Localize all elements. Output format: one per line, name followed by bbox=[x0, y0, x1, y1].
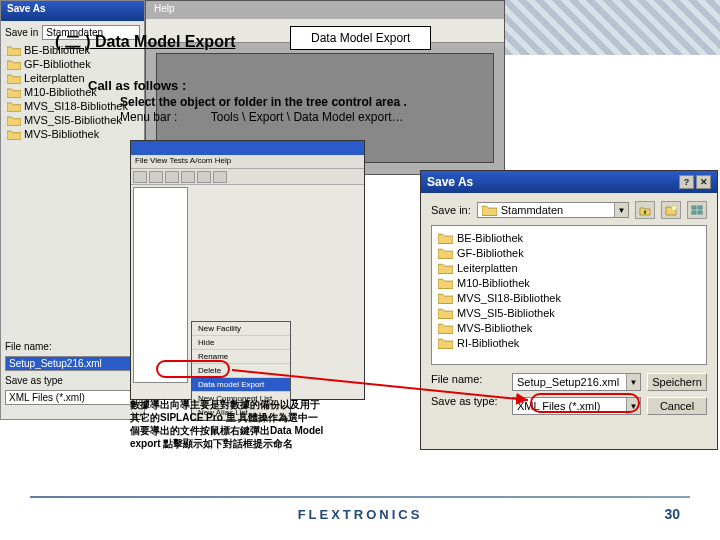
savein-value: Stammdaten bbox=[501, 204, 563, 216]
folder-icon bbox=[438, 307, 453, 319]
bg-folder-label: M10-Bibliothek bbox=[24, 86, 97, 98]
folder-icon bbox=[7, 73, 21, 84]
svg-rect-4 bbox=[698, 211, 702, 214]
folder-label: RI-Bibliothek bbox=[457, 337, 519, 349]
svg-rect-2 bbox=[698, 206, 702, 209]
context-menu-item[interactable]: Data model Export bbox=[192, 378, 290, 392]
folder-item[interactable]: Leiterplatten bbox=[438, 262, 700, 274]
instruction-1: Select the object or folder in the tree … bbox=[120, 95, 407, 109]
folder-label: MVS_SI18-Bibliothek bbox=[457, 292, 561, 304]
mini-tree bbox=[133, 187, 188, 383]
bg-savetype-value: XML Files (*.xml) bbox=[5, 390, 140, 405]
filename-input[interactable]: Setup_Setup216.xml ▼ bbox=[512, 373, 641, 391]
chinese-note: 數據導出向導主要是對數據的備份以及用于其它的SIPLACE Pro 里 具體操作… bbox=[130, 398, 325, 450]
instr2-prefix: Menu bar : bbox=[120, 110, 177, 124]
page-number: 30 bbox=[664, 506, 680, 522]
folder-item[interactable]: BE-Bibliothek bbox=[438, 232, 700, 244]
footer-separator bbox=[30, 496, 690, 498]
bg-save-as-left: Save As Save in Stammdaten BE-Bibliothek… bbox=[0, 0, 145, 420]
mini-menubar: File View Tests A/com Help bbox=[131, 155, 364, 169]
folder-item[interactable]: MVS_SI18-Bibliothek bbox=[438, 292, 700, 304]
folder-icon bbox=[7, 45, 21, 56]
chevron-down-icon: ▼ bbox=[626, 398, 640, 414]
folder-label: MVS_SI5-Bibliothek bbox=[457, 307, 555, 319]
folder-item[interactable]: M10-Bibliothek bbox=[438, 277, 700, 289]
label-box: Data Model Export bbox=[290, 26, 431, 50]
footer-logo: FLEXTRONICS bbox=[0, 507, 720, 522]
bg-filename-label: File name: bbox=[5, 341, 52, 352]
cancel-button[interactable]: Cancel bbox=[647, 397, 707, 415]
bg-folder-label: MVS-Bibliothek bbox=[24, 128, 99, 140]
folder-label: M10-Bibliothek bbox=[457, 277, 530, 289]
context-menu-item[interactable]: Rename bbox=[192, 350, 290, 364]
save-button[interactable]: Speichern bbox=[647, 373, 707, 391]
instruction-2: Menu bar : Tools \ Export \ Data Model e… bbox=[120, 110, 403, 124]
savetype-dropdown[interactable]: XML Files (*.xml) ▼ bbox=[512, 397, 641, 415]
folder-icon bbox=[438, 232, 453, 244]
svg-point-0 bbox=[672, 206, 677, 211]
folder-icon bbox=[438, 337, 453, 349]
save-as-dialog: Save As ? ✕ Save in: Stammdaten ▼ bbox=[420, 170, 718, 450]
svg-rect-3 bbox=[692, 211, 696, 214]
context-menu-item[interactable]: Hide bbox=[192, 336, 290, 350]
savetype-label: Save as type: bbox=[431, 395, 506, 407]
folder-label: GF-Bibliothek bbox=[457, 247, 524, 259]
folder-list[interactable]: BE-BibliothekGF-BibliothekLeiterplattenM… bbox=[431, 225, 707, 365]
bg-folder-item: GF-Bibliothek bbox=[7, 58, 140, 70]
folder-icon bbox=[7, 129, 21, 140]
folder-icon bbox=[482, 204, 497, 216]
bg-savein-label: Save in bbox=[5, 27, 38, 38]
mini-app-window: File View Tests A/com Help New FacilityH… bbox=[130, 140, 365, 400]
savein-label: Save in: bbox=[431, 204, 471, 216]
help-button[interactable]: ? bbox=[679, 175, 694, 189]
new-folder-button[interactable] bbox=[661, 201, 681, 219]
bg-folder-item: MVS-Bibliothek bbox=[7, 128, 140, 140]
folder-icon bbox=[438, 247, 453, 259]
folder-icon bbox=[7, 87, 21, 98]
folder-icon bbox=[438, 322, 453, 334]
filename-label: File name: bbox=[431, 373, 506, 385]
bg-save-as-title: Save As bbox=[1, 1, 144, 21]
folder-icon bbox=[438, 262, 453, 274]
chevron-down-icon: ▼ bbox=[626, 374, 640, 390]
bg-folder-label: GF-Bibliothek bbox=[24, 58, 91, 70]
corner-decoration bbox=[505, 0, 720, 55]
call-as-follows: Call as follows : bbox=[88, 78, 186, 93]
save-as-title: Save As bbox=[427, 175, 473, 189]
bg-menu-help: Help bbox=[146, 1, 504, 19]
folder-label: Leiterplatten bbox=[457, 262, 518, 274]
context-menu-item[interactable]: Delete bbox=[192, 364, 290, 378]
folder-item[interactable]: MVS-Bibliothek bbox=[438, 322, 700, 334]
bg-folder-label: Leiterplatten bbox=[24, 72, 85, 84]
svg-rect-1 bbox=[692, 206, 696, 209]
savetype-value: XML Files (*.xml) bbox=[517, 400, 600, 412]
up-one-level-button[interactable] bbox=[635, 201, 655, 219]
folder-icon bbox=[438, 292, 453, 304]
bg-filename-value: Setup_Setup216.xml bbox=[5, 356, 140, 371]
folder-label: BE-Bibliothek bbox=[457, 232, 523, 244]
bg-folder-label: MVS_SI5-Bibliothek bbox=[24, 114, 122, 126]
context-menu-item[interactable]: New Facility bbox=[192, 322, 290, 336]
instr2-path: Tools \ Export \ Data Model export… bbox=[211, 110, 404, 124]
folder-item[interactable]: MVS_SI5-Bibliothek bbox=[438, 307, 700, 319]
savein-dropdown[interactable]: Stammdaten ▼ bbox=[477, 202, 629, 218]
bg-folder-label: MVS_SI18-Bibliothek bbox=[24, 100, 128, 112]
folder-item[interactable]: GF-Bibliothek bbox=[438, 247, 700, 259]
folder-icon bbox=[7, 115, 21, 126]
section-heading: ( 二 ) Data Model Export bbox=[55, 32, 235, 53]
folder-label: MVS-Bibliothek bbox=[457, 322, 532, 334]
bg-savetype-label: Save as type bbox=[5, 375, 63, 386]
filename-value: Setup_Setup216.xml bbox=[517, 376, 619, 388]
close-button[interactable]: ✕ bbox=[696, 175, 711, 189]
folder-icon bbox=[438, 277, 453, 289]
folder-icon bbox=[7, 101, 21, 112]
folder-icon bbox=[7, 59, 21, 70]
folder-item[interactable]: RI-Bibliothek bbox=[438, 337, 700, 349]
chevron-down-icon: ▼ bbox=[614, 203, 628, 217]
view-menu-button[interactable] bbox=[687, 201, 707, 219]
